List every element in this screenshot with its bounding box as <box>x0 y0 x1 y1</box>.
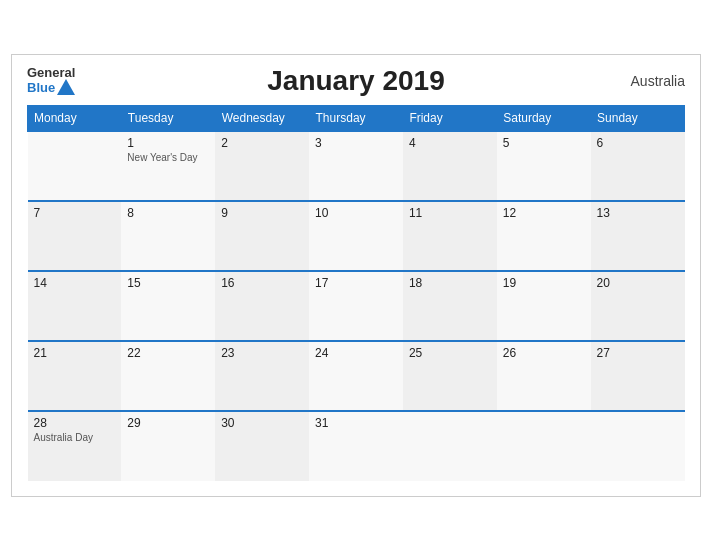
day-number: 23 <box>221 346 303 360</box>
day-number: 14 <box>34 276 116 290</box>
day-event-label: Australia Day <box>34 432 116 443</box>
day-number: 15 <box>127 276 209 290</box>
calendar-week-row: 78910111213 <box>28 201 685 271</box>
calendar-day-cell: 7 <box>28 201 122 271</box>
day-number: 20 <box>597 276 679 290</box>
calendar-day-cell: 4 <box>403 131 497 201</box>
day-number: 28 <box>34 416 116 430</box>
calendar-day-cell: 20 <box>591 271 685 341</box>
logo-blue: Blue <box>27 81 55 95</box>
calendar-day-cell: 30 <box>215 411 309 481</box>
calendar-day-cell: 9 <box>215 201 309 271</box>
day-number: 5 <box>503 136 585 150</box>
day-number: 19 <box>503 276 585 290</box>
calendar-day-cell: 13 <box>591 201 685 271</box>
calendar-week-row: 14151617181920 <box>28 271 685 341</box>
day-number: 22 <box>127 346 209 360</box>
day-number: 17 <box>315 276 397 290</box>
day-number: 9 <box>221 206 303 220</box>
calendar-day-cell: 23 <box>215 341 309 411</box>
calendar-day-cell: 2 <box>215 131 309 201</box>
calendar-day-cell <box>497 411 591 481</box>
col-tuesday: Tuesday <box>121 105 215 131</box>
col-sunday: Sunday <box>591 105 685 131</box>
calendar-day-cell: 10 <box>309 201 403 271</box>
calendar-header-row: Monday Tuesday Wednesday Thursday Friday… <box>28 105 685 131</box>
day-number: 30 <box>221 416 303 430</box>
day-number: 12 <box>503 206 585 220</box>
calendar-day-cell: 21 <box>28 341 122 411</box>
day-number: 21 <box>34 346 116 360</box>
col-friday: Friday <box>403 105 497 131</box>
day-number: 26 <box>503 346 585 360</box>
day-number: 8 <box>127 206 209 220</box>
calendar-day-cell: 1New Year's Day <box>121 131 215 201</box>
col-saturday: Saturday <box>497 105 591 131</box>
day-number: 27 <box>597 346 679 360</box>
calendar-day-cell <box>591 411 685 481</box>
calendar-country: Australia <box>631 73 685 89</box>
calendar-day-cell <box>403 411 497 481</box>
calendar-week-row: 28Australia Day293031 <box>28 411 685 481</box>
day-number: 6 <box>597 136 679 150</box>
calendar-day-cell: 6 <box>591 131 685 201</box>
calendar-day-cell: 8 <box>121 201 215 271</box>
day-number: 10 <box>315 206 397 220</box>
calendar-day-cell: 27 <box>591 341 685 411</box>
calendar-header: General Blue January 2019 Australia <box>27 65 685 97</box>
calendar-day-cell: 17 <box>309 271 403 341</box>
day-number: 13 <box>597 206 679 220</box>
day-number: 29 <box>127 416 209 430</box>
col-wednesday: Wednesday <box>215 105 309 131</box>
calendar-day-cell: 15 <box>121 271 215 341</box>
day-number: 18 <box>409 276 491 290</box>
calendar-title: January 2019 <box>27 65 685 97</box>
calendar-day-cell: 14 <box>28 271 122 341</box>
day-number: 1 <box>127 136 209 150</box>
calendar-day-cell: 19 <box>497 271 591 341</box>
calendar-grid: Monday Tuesday Wednesday Thursday Friday… <box>27 105 685 481</box>
calendar-day-cell: 28Australia Day <box>28 411 122 481</box>
day-number: 7 <box>34 206 116 220</box>
calendar-day-cell: 16 <box>215 271 309 341</box>
calendar-day-cell: 18 <box>403 271 497 341</box>
calendar-week-row: 21222324252627 <box>28 341 685 411</box>
day-number: 3 <box>315 136 397 150</box>
calendar-week-row: 1New Year's Day23456 <box>28 131 685 201</box>
logo-triangle-icon <box>57 79 75 95</box>
calendar-day-cell: 24 <box>309 341 403 411</box>
day-event-label: New Year's Day <box>127 152 209 163</box>
day-number: 25 <box>409 346 491 360</box>
day-number: 11 <box>409 206 491 220</box>
calendar: General Blue January 2019 Australia Mond… <box>11 54 701 497</box>
calendar-day-cell: 5 <box>497 131 591 201</box>
col-thursday: Thursday <box>309 105 403 131</box>
day-number: 16 <box>221 276 303 290</box>
day-number: 31 <box>315 416 397 430</box>
calendar-day-cell: 12 <box>497 201 591 271</box>
calendar-day-cell: 26 <box>497 341 591 411</box>
calendar-day-cell <box>28 131 122 201</box>
day-number: 2 <box>221 136 303 150</box>
col-monday: Monday <box>28 105 122 131</box>
day-number: 24 <box>315 346 397 360</box>
calendar-day-cell: 22 <box>121 341 215 411</box>
calendar-day-cell: 31 <box>309 411 403 481</box>
calendar-day-cell: 29 <box>121 411 215 481</box>
day-number: 4 <box>409 136 491 150</box>
logo: General Blue <box>27 66 75 95</box>
calendar-day-cell: 3 <box>309 131 403 201</box>
calendar-day-cell: 25 <box>403 341 497 411</box>
calendar-day-cell: 11 <box>403 201 497 271</box>
